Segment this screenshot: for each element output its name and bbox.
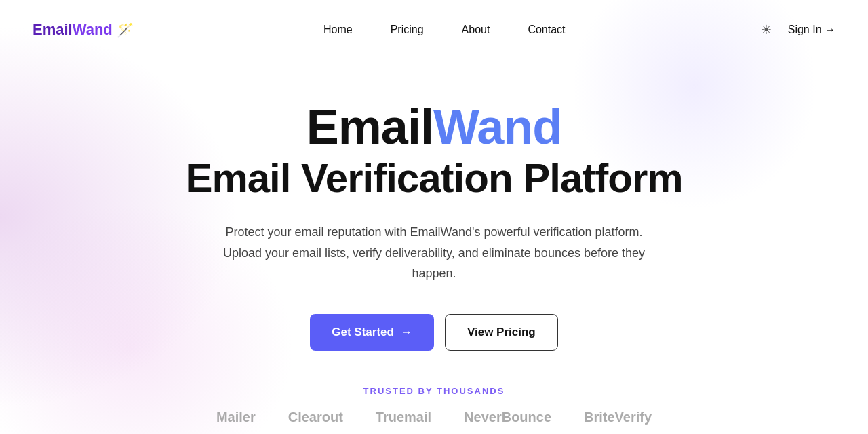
hero-buttons: Get Started → View Pricing [310, 314, 557, 351]
navbar: EmailWand 🪄 Home Pricing About Contact ☀… [0, 0, 868, 60]
trusted-logo-briteverify: BriteVerify [584, 410, 652, 425]
view-pricing-button[interactable]: View Pricing [445, 314, 558, 351]
hero-section: EmailWand Email Verification Platform Pr… [0, 60, 868, 351]
trusted-label: TRUSTED BY THOUSANDS [0, 386, 868, 396]
get-started-button[interactable]: Get Started → [310, 314, 434, 351]
nav-about[interactable]: About [462, 24, 490, 35]
nav-right: ☀ Sign In → [755, 19, 835, 41]
hero-title-wand: Wand [433, 100, 561, 154]
sign-in-link[interactable]: Sign In → [788, 24, 835, 36]
nav-contact[interactable]: Contact [528, 24, 565, 35]
logo-wand-icon: 🪄 [117, 22, 134, 38]
hero-title: EmailWand Email Verification Platform [185, 100, 682, 203]
hero-subtitle: Protect your email reputation with Email… [217, 222, 651, 284]
nav-pricing[interactable]: Pricing [391, 24, 424, 35]
logo-email-text: Email [33, 21, 73, 38]
arrow-icon: → [401, 326, 412, 339]
trusted-logo-truemail: Truemail [376, 410, 431, 425]
hero-title-email: Email [307, 100, 433, 154]
trusted-section: TRUSTED BY THOUSANDS Mailer Clearout Tru… [0, 386, 868, 425]
hero-title-line2: Email Verification Platform [185, 155, 682, 201]
sun-icon: ☀ [761, 22, 772, 37]
nav-home[interactable]: Home [323, 24, 353, 35]
trusted-logos: Mailer Clearout Truemail NeverBounce Bri… [0, 410, 868, 425]
trusted-logo-clearout: Clearout [288, 410, 343, 425]
logo-link[interactable]: EmailWand 🪄 [33, 21, 134, 39]
theme-toggle-button[interactable]: ☀ [755, 19, 777, 41]
trusted-logo-mailer: Mailer [216, 410, 256, 425]
logo-wand-text: Wand [73, 21, 113, 38]
nav-links: Home Pricing About Contact [323, 24, 566, 36]
trusted-logo-neverbounce: NeverBounce [464, 410, 551, 425]
get-started-label: Get Started [332, 326, 394, 339]
